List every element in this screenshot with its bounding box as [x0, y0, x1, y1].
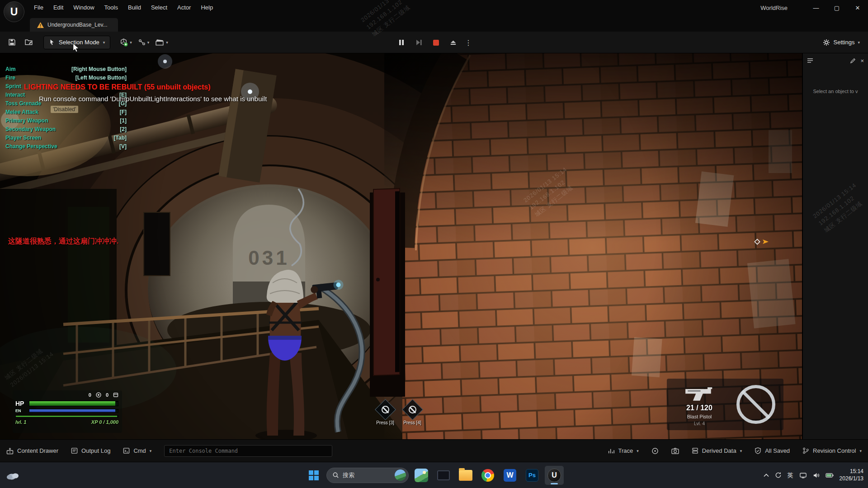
sync-icon[interactable] [775, 472, 782, 479]
derived-data-dropdown[interactable]: Derived Data ▾ [692, 447, 742, 454]
menu-window[interactable]: Window [68, 0, 99, 15]
menu-tools[interactable]: Tools [99, 0, 123, 15]
chevron-down-icon: ▾ [147, 40, 150, 45]
selection-mode-dropdown[interactable]: Selection Mode ▾ [43, 36, 110, 49]
network-icon[interactable] [799, 472, 807, 479]
chevron-down-icon: ▾ [637, 449, 639, 453]
browse-content-button[interactable] [22, 35, 36, 50]
selection-mode-label: Selection Mode [59, 39, 99, 46]
pause-button[interactable] [394, 35, 409, 50]
volume-icon[interactable] [813, 472, 820, 479]
title-bar: U File Edit Window Tools Build Select Ac… [0, 0, 868, 15]
details-panel: × Select an object to v [802, 53, 868, 439]
taskbar-search[interactable] [326, 468, 409, 483]
stop-button[interactable] [429, 35, 443, 50]
taskbar-photoshop[interactable]: Ps [523, 466, 542, 485]
chevron-down-icon: ▾ [130, 40, 132, 45]
cmd-dropdown[interactable]: Cmd ▾ [123, 447, 151, 454]
tab-level[interactable]: UndergroundBase_Lev... [30, 18, 118, 32]
word-icon: W [504, 469, 516, 482]
output-log-button[interactable]: Output Log [71, 447, 110, 454]
edit-icon[interactable] [850, 58, 856, 64]
content-drawer-icon [6, 447, 14, 455]
menu-help[interactable]: Help [196, 0, 218, 15]
taskbar-photos[interactable] [412, 466, 431, 485]
console-input[interactable] [164, 445, 332, 457]
weather-widget[interactable] [5, 470, 21, 481]
all-saved-indicator[interactable]: All Saved [755, 447, 790, 454]
details-hint: Select an object to v [803, 89, 868, 94]
clock-date: 2026/1/13 [840, 475, 863, 483]
chevron-down-icon: ▾ [858, 40, 860, 45]
unreal-icon: U [547, 469, 561, 482]
save-button[interactable] [5, 35, 19, 50]
clock-time: 15:14 [840, 468, 863, 475]
close-button[interactable]: ✕ [847, 0, 868, 15]
taskbar-desktop-app[interactable] [434, 466, 453, 485]
menu-build[interactable]: Build [123, 0, 146, 15]
chevron-down-icon: ▾ [859, 449, 862, 453]
menu-actor[interactable]: Actor [172, 0, 196, 15]
tab-label: UndergroundBase_Lev... [47, 22, 108, 28]
windows-taskbar: W Ps U 英 15:14 2026/1/13 [0, 462, 868, 488]
folder-icon [459, 470, 472, 481]
maximize-button[interactable]: ▢ [826, 0, 847, 15]
desktop-icon [437, 470, 450, 480]
tab-bar: UndergroundBase_Lev... [0, 15, 868, 32]
blueprints-button[interactable]: ▾ [137, 35, 151, 50]
output-log-icon [71, 447, 78, 454]
chevron-down-icon: ▾ [150, 449, 152, 453]
chevron-down-icon: ▾ [166, 40, 168, 45]
tray-expand-icon[interactable] [764, 474, 769, 477]
insights-button[interactable] [651, 447, 659, 455]
input-language[interactable]: 英 [788, 471, 793, 479]
saved-icon [755, 447, 761, 454]
game-viewport[interactable]: 031 [0, 53, 802, 439]
settings-label: Settings [833, 39, 854, 46]
chevron-down-icon: ▾ [103, 40, 105, 45]
settings-dropdown[interactable]: Settings ▾ [819, 35, 863, 50]
content-drawer-button[interactable]: Content Drawer [6, 447, 58, 455]
window-title: WorldRise [760, 5, 788, 11]
menu-edit[interactable]: Edit [48, 0, 68, 15]
menu-select[interactable]: Select [146, 0, 172, 15]
cmd-icon [123, 447, 130, 454]
frame-skip-button[interactable] [411, 35, 426, 50]
cursor-mode-icon [49, 39, 55, 46]
cinematics-button[interactable]: ▾ [154, 35, 170, 50]
editor-toolbar: Selection Mode ▾ ▾ ▾ ▾ ⋮ Settings ▾ [0, 32, 868, 53]
add-actor-button[interactable]: ▾ [118, 35, 134, 50]
menu-file[interactable]: File [29, 0, 48, 15]
taskbar-word[interactable]: W [500, 466, 519, 485]
trace-icon [608, 448, 614, 454]
panel-menu-icon[interactable] [807, 58, 813, 63]
screenshot-button[interactable] [671, 447, 679, 454]
chrome-icon [481, 469, 494, 482]
close-panel-icon[interactable]: × [860, 57, 864, 64]
revision-control-dropdown[interactable]: Revision Control ▾ [802, 447, 862, 454]
play-options-menu[interactable]: ⋮ [463, 38, 474, 47]
eject-button[interactable] [446, 35, 460, 50]
start-button[interactable] [304, 466, 323, 485]
status-bar: Content Drawer Output Log Cmd ▾ Trace ▾ … [0, 439, 868, 462]
chevron-down-icon: ▾ [740, 449, 742, 453]
play-controls: ⋮ [394, 32, 474, 53]
battery-icon[interactable] [826, 473, 834, 478]
gear-icon [823, 39, 830, 46]
unreal-logo-icon: U [4, 1, 24, 22]
photos-icon [415, 469, 428, 482]
derived-data-icon [692, 447, 698, 454]
taskbar-clock[interactable]: 15:14 2026/1/13 [840, 468, 863, 482]
minimize-button[interactable]: — [806, 0, 826, 15]
taskbar-unreal[interactable]: U [545, 466, 564, 485]
warning-icon [37, 22, 44, 28]
branch-icon [802, 447, 809, 454]
game-scene: 031 [0, 53, 802, 439]
trace-dropdown[interactable]: Trace ▾ [608, 447, 638, 454]
search-icon [332, 472, 339, 479]
taskbar-file-explorer[interactable] [456, 466, 475, 485]
photoshop-icon: Ps [526, 469, 538, 482]
search-input[interactable] [343, 472, 391, 479]
search-daily-image [395, 469, 406, 481]
taskbar-chrome[interactable] [478, 466, 497, 485]
